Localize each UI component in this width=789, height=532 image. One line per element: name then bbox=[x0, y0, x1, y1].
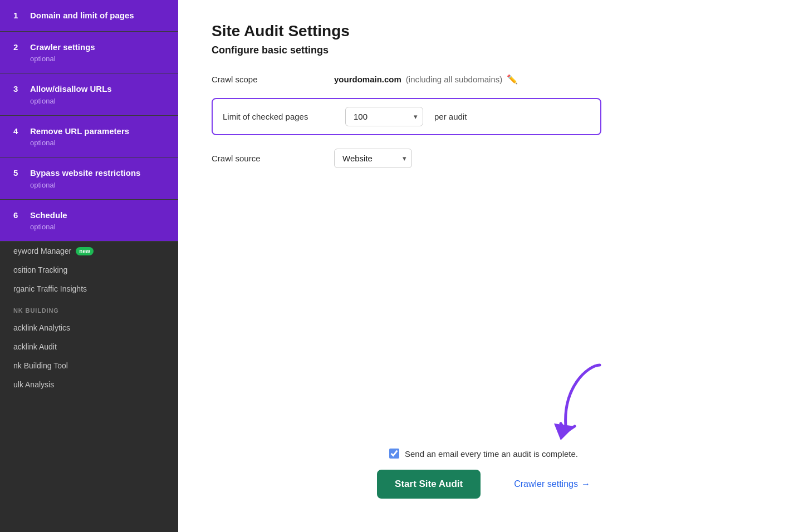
crawler-settings-link-label: Crawler settings bbox=[514, 479, 578, 489]
crawl-source-label: Crawl source bbox=[212, 154, 323, 163]
sidebar-item-organic-traffic[interactable]: rganic Traffic Insights bbox=[0, 279, 178, 298]
sidebar-item-6-title: Schedule bbox=[30, 210, 67, 221]
arrow-annotation bbox=[544, 359, 611, 449]
sidebar: 1 Domain and limit of pages 2 Crawler se… bbox=[0, 0, 178, 532]
crawler-settings-arrow-icon: → bbox=[581, 479, 590, 489]
sidebar-item-3-optional: optional bbox=[30, 97, 167, 105]
edit-icon[interactable]: ✏️ bbox=[507, 74, 518, 85]
sidebar-item-4-title: Remove URL parameters bbox=[30, 126, 129, 137]
sidebar-item-4-optional: optional bbox=[30, 139, 167, 147]
sidebar-backlink-audit-label: acklink Audit bbox=[13, 342, 57, 351]
crawl-scope-value: yourdomain.com (including all subdomains… bbox=[334, 74, 518, 85]
sidebar-item-4-number: 4 bbox=[13, 126, 24, 136]
crawl-source-select[interactable]: Website Sitemap Both bbox=[334, 149, 412, 168]
sidebar-item-5-number: 5 bbox=[13, 168, 24, 178]
sidebar-item-bypass[interactable]: 5 Bypass website restrictions optional bbox=[0, 157, 178, 200]
sidebar-item-6-number: 6 bbox=[13, 210, 24, 220]
page-title: Site Audit Settings bbox=[212, 22, 756, 40]
limit-row: Limit of checked pages 100 500 1000 5000… bbox=[212, 98, 601, 135]
sidebar-nav: 1 Domain and limit of pages 2 Crawler se… bbox=[0, 0, 178, 242]
crawl-scope-label: Crawl scope bbox=[212, 75, 323, 84]
sidebar-item-2-title: Crawler settings bbox=[30, 42, 95, 53]
crawl-scope-row: Crawl scope yourdomain.com (including al… bbox=[212, 74, 601, 85]
svg-marker-0 bbox=[554, 423, 575, 440]
sidebar-item-crawler[interactable]: 2 Crawler settings optional bbox=[0, 32, 178, 74]
limit-select[interactable]: 100 500 1000 5000 10000 20000 50000 1000… bbox=[345, 107, 423, 126]
sidebar-item-2-number: 2 bbox=[13, 42, 24, 52]
sidebar-keyword-manager-label: eyword Manager bbox=[13, 247, 71, 255]
sidebar-item-keyword-manager[interactable]: eyword Manager new bbox=[0, 242, 178, 260]
sidebar-item-backlink-analytics[interactable]: acklink Analytics bbox=[0, 318, 178, 337]
crawler-settings-link[interactable]: Crawler settings → bbox=[514, 479, 590, 489]
form-section: Crawl scope yourdomain.com (including al… bbox=[212, 74, 601, 168]
page-subtitle: Configure basic settings bbox=[212, 45, 756, 56]
sidebar-item-allow-disallow[interactable]: 3 Allow/disallow URLs optional bbox=[0, 73, 178, 116]
sidebar-lower: eyword Manager new osition Tracking rgan… bbox=[0, 242, 178, 394]
sidebar-item-remove-url[interactable]: 4 Remove URL parameters optional bbox=[0, 116, 178, 158]
sidebar-position-tracking-label: osition Tracking bbox=[13, 265, 67, 274]
sidebar-item-schedule[interactable]: 6 Schedule optional bbox=[0, 200, 178, 242]
per-audit-label: per audit bbox=[434, 112, 467, 121]
sidebar-item-3-number: 3 bbox=[13, 84, 24, 93]
sidebar-item-5-optional: optional bbox=[30, 181, 167, 189]
limit-label: Limit of checked pages bbox=[223, 112, 334, 121]
sidebar-bulk-analysis-label: ulk Analysis bbox=[13, 380, 54, 389]
sidebar-item-bulk-analysis[interactable]: ulk Analysis bbox=[0, 375, 178, 394]
start-audit-button[interactable]: Start Site Audit bbox=[377, 470, 481, 499]
new-badge: new bbox=[76, 247, 93, 255]
sidebar-section-link-building: NK BUILDING bbox=[0, 298, 178, 318]
bottom-section: Send an email every time an audit is com… bbox=[212, 449, 756, 499]
sidebar-item-2-optional: optional bbox=[30, 55, 167, 63]
main-content: Site Audit Settings Configure basic sett… bbox=[178, 0, 789, 532]
sidebar-item-domain[interactable]: 1 Domain and limit of pages bbox=[0, 0, 178, 32]
bottom-actions: Start Site Audit Crawler settings → bbox=[212, 470, 756, 499]
email-checkbox[interactable] bbox=[389, 449, 399, 459]
limit-select-wrapper: 100 500 1000 5000 10000 20000 50000 1000… bbox=[345, 107, 423, 126]
sidebar-backlink-analytics-label: acklink Analytics bbox=[13, 323, 70, 332]
sidebar-link-building-tool-label: nk Building Tool bbox=[13, 361, 68, 370]
email-checkbox-row: Send an email every time an audit is com… bbox=[389, 449, 578, 459]
sidebar-item-backlink-audit[interactable]: acklink Audit bbox=[0, 337, 178, 356]
sidebar-item-link-building-tool[interactable]: nk Building Tool bbox=[0, 356, 178, 375]
crawl-source-select-wrapper: Website Sitemap Both ▾ bbox=[334, 149, 412, 168]
sidebar-item-5-title: Bypass website restrictions bbox=[30, 168, 140, 179]
crawl-scope-domain: yourdomain.com bbox=[334, 75, 401, 84]
sidebar-item-6-optional: optional bbox=[30, 223, 167, 231]
sidebar-item-3-title: Allow/disallow URLs bbox=[30, 83, 112, 95]
email-label: Send an email every time an audit is com… bbox=[405, 449, 578, 459]
crawl-source-row: Crawl source Website Sitemap Both ▾ bbox=[212, 149, 601, 168]
sidebar-item-1-number: 1 bbox=[13, 11, 24, 20]
sidebar-item-1-title: Domain and limit of pages bbox=[30, 10, 134, 21]
crawl-scope-extra: (including all subdomains) bbox=[406, 75, 502, 84]
sidebar-organic-traffic-label: rganic Traffic Insights bbox=[13, 284, 87, 293]
sidebar-item-position-tracking[interactable]: osition Tracking bbox=[0, 260, 178, 279]
